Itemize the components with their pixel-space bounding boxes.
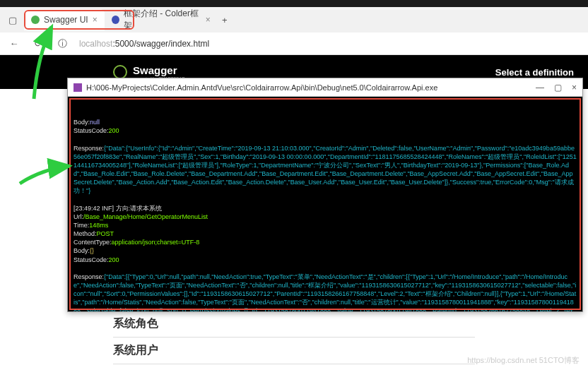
close-icon[interactable]: ×: [93, 15, 98, 25]
console-output[interactable]: Body:null StatusCode:200 Response:{"Data…: [68, 97, 582, 311]
log-val: 200: [109, 256, 119, 263]
log-line: Url:: [74, 213, 83, 220]
refresh-button[interactable]: ⟳: [31, 37, 45, 51]
tab-label: 框架介绍 - Colder框架: [124, 8, 201, 32]
swagger-brand: Swagger: [133, 64, 185, 76]
log-line: Method:: [74, 230, 97, 237]
close-icon[interactable]: ×: [206, 15, 211, 25]
colder-favicon: [112, 16, 119, 24]
log-json: {"Data":{"UserInfo":{"Id":"Admin","Creat…: [74, 145, 577, 195]
log-line: Response:: [74, 145, 104, 152]
console-window: H:\006-MyProjects\Colder.Admin.AntdVue\s…: [67, 78, 583, 312]
log-msg: 方向:请求本系统: [116, 205, 163, 212]
log-val: 148ms: [89, 222, 108, 229]
log-line: Body:: [74, 119, 90, 126]
log-val: {}: [90, 247, 94, 254]
address-bar[interactable]: localhost:5000/swagger/index.html: [79, 39, 209, 49]
log-line: ContentType:: [74, 239, 112, 246]
back-button[interactable]: ←: [7, 37, 21, 51]
console-titlebar[interactable]: H:\006-MyProjects\Colder.Admin.AntdVue\s…: [68, 78, 582, 97]
console-exe-icon: [74, 83, 82, 92]
tab-colder[interactable]: 框架介绍 - Colder框架 ×: [105, 9, 218, 30]
section-user[interactable]: 系统用户: [113, 338, 475, 364]
watermark: https://blog.csdn.net 51CTO博客: [467, 355, 580, 366]
swagger-ring-icon: [113, 65, 127, 79]
select-definition[interactable]: Select a definition: [495, 67, 574, 78]
log-json: {"Data":[{"Type":0,"Url":null,"path":nul…: [74, 273, 576, 311]
tab-swagger[interactable]: Swagger UI ×: [24, 9, 105, 30]
log-ts: [23:49:42 INF]: [74, 205, 116, 212]
log-val: null: [90, 119, 100, 126]
log-line: Response:: [74, 273, 104, 280]
log-val: application/json;charset=UTF-8: [112, 239, 200, 246]
minimize-button[interactable]: —: [536, 83, 544, 92]
log-val: 200: [109, 127, 119, 134]
new-tab-button[interactable]: +: [218, 13, 232, 27]
toolbar: ← ⟳ ⓘ localhost:5000/swagger/index.html: [0, 32, 588, 55]
console-title-text: H:\006-MyProjects\Colder.Admin.AntdVue\s…: [86, 83, 437, 92]
maximize-button[interactable]: ▢: [554, 83, 562, 92]
info-icon[interactable]: ⓘ: [55, 37, 69, 51]
log-line: Time:: [74, 222, 89, 229]
log-line: Body:: [74, 247, 90, 254]
section-role[interactable]: 系统角色: [113, 311, 475, 338]
log-val: POST: [97, 230, 114, 237]
window-top: [0, 0, 588, 7]
swagger-favicon: [31, 16, 40, 24]
url-host: localhost: [79, 39, 112, 49]
log-line: StatusCode:: [74, 256, 109, 263]
log-val: /Base_Manage/Home/GetOperatorMenuList: [83, 213, 208, 220]
url-path: :5000/swagger/index.html: [112, 39, 209, 49]
log-line: StatusCode:: [74, 127, 109, 134]
tab-label: Swagger UI: [44, 15, 88, 25]
tab-strip: ▢ Swagger UI × 框架介绍 - Colder框架 × +: [0, 7, 588, 32]
window-icon: ▢: [6, 13, 20, 27]
close-button[interactable]: ×: [572, 83, 577, 92]
